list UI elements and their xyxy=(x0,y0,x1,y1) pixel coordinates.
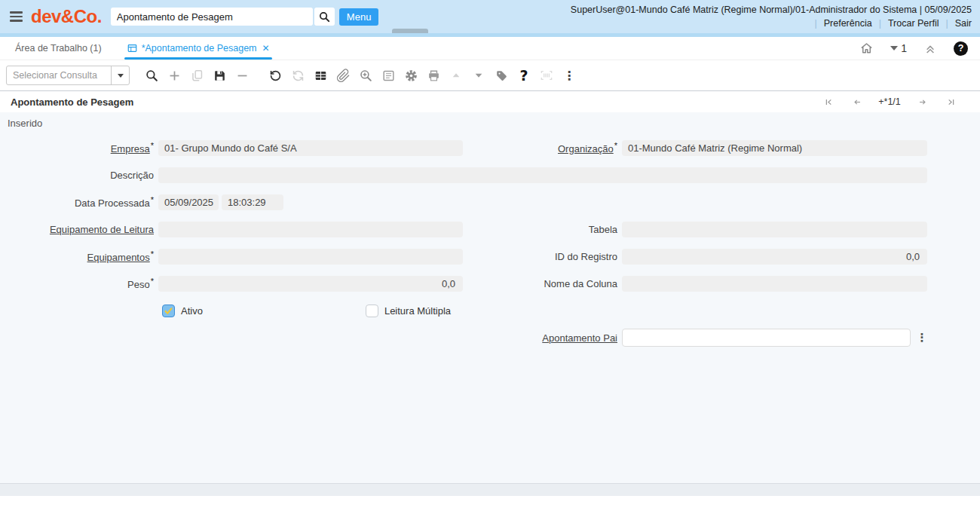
caret-down-icon xyxy=(473,69,485,81)
refresh-button[interactable] xyxy=(286,64,309,87)
form-row: Apontamento Pai ⋮ xyxy=(0,324,980,351)
form-row: Equipamentos* ID do Registro 0,0 xyxy=(0,243,980,270)
close-tab-icon[interactable]: ✕ xyxy=(262,43,270,54)
page-title: Apontamento de Pesagem xyxy=(11,96,133,108)
zoom-across-button[interactable] xyxy=(354,64,377,87)
logout-link[interactable]: Sair xyxy=(955,18,972,29)
delete-record-button[interactable] xyxy=(231,64,253,87)
equipamentos-field xyxy=(158,249,463,265)
global-search-button[interactable] xyxy=(314,8,335,26)
new-record-button[interactable] xyxy=(163,64,185,87)
query-combobox-dropdown-button[interactable] xyxy=(111,66,129,84)
customize-button[interactable] xyxy=(400,64,422,87)
field-empresa: Empresa* 01- Grupo Mundo do Café S/A xyxy=(0,140,463,156)
field-peso: Peso* 0,0 xyxy=(0,276,463,292)
data-processada-label: Data Processada xyxy=(75,197,150,209)
field-apontamento-pai: Apontamento Pai ⋮ xyxy=(463,329,929,347)
collapse-header-icon[interactable] xyxy=(923,41,938,56)
find-record-button[interactable] xyxy=(140,64,163,87)
required-marker: * xyxy=(151,249,154,259)
switch-role-link[interactable]: Trocar Perfil xyxy=(888,18,939,29)
last-record-button[interactable] xyxy=(936,93,965,111)
equipamento-de-leitura-field xyxy=(158,222,463,237)
field-id-do-registro: ID do Registro 0,0 xyxy=(463,249,927,265)
more-options-button[interactable]: ⋮ xyxy=(558,64,580,87)
separator: | xyxy=(879,18,881,29)
barcode-button[interactable] xyxy=(535,64,558,87)
save-button[interactable] xyxy=(208,64,231,87)
leitura-multipla-label: Leitura Múltipla xyxy=(384,305,451,317)
field-equipamento-de-leitura: Equipamento de Leitura xyxy=(0,222,463,237)
tab-label: *Apontamento de Pesagem xyxy=(142,43,257,54)
field-tabela: Tabela xyxy=(463,222,927,237)
peso-field: 0,0 xyxy=(158,276,463,292)
record-navigation: +*1/1 xyxy=(814,93,965,111)
tab-apontamento-de-pesagem[interactable]: *Apontamento de Pesagem ✕ xyxy=(124,37,272,60)
copy-record-button[interactable] xyxy=(185,64,208,87)
tab-workspace[interactable]: Área de Trabalho (1) xyxy=(15,43,102,54)
separator: | xyxy=(946,18,948,29)
form-row: Data Processada* 05/09/2025 18:03:29 xyxy=(0,188,980,216)
minus-icon xyxy=(235,69,250,83)
grid-icon xyxy=(314,69,328,83)
header-collapse-handle[interactable] xyxy=(392,29,428,33)
detail-record-button[interactable] xyxy=(467,64,490,87)
organizacao-label[interactable]: Organização xyxy=(558,143,614,155)
parent-record-button[interactable] xyxy=(445,64,467,87)
app-header: dev&Co. Menu SuperUser@01-Mundo Café Mat… xyxy=(0,0,980,33)
undo-button[interactable] xyxy=(264,64,286,87)
window-help-button[interactable]: ? xyxy=(513,64,535,87)
next-record-button[interactable] xyxy=(908,93,936,111)
form-row: Descrição xyxy=(0,161,980,188)
save-icon xyxy=(213,69,227,83)
tag-icon xyxy=(495,69,509,83)
apontamento-pai-more-button[interactable]: ⋮ xyxy=(915,329,929,347)
global-search xyxy=(111,8,335,26)
equipamento-de-leitura-label[interactable]: Equipamento de Leitura xyxy=(50,224,154,235)
query-combobox-value: Selecionar Consulta xyxy=(7,66,111,84)
empresa-label[interactable]: Empresa xyxy=(111,143,150,155)
required-marker: * xyxy=(151,277,154,286)
search-icon xyxy=(318,11,331,23)
open-windows-count: 1 xyxy=(901,42,907,54)
chevron-down-icon xyxy=(118,74,124,78)
copy-icon xyxy=(190,69,204,83)
field-nome-da-coluna: Nome da Coluna xyxy=(463,276,927,292)
grid-toggle-button[interactable] xyxy=(309,64,332,87)
window-icon xyxy=(127,43,138,54)
organizacao-field: 01-Mundo Café Matriz (Regime Normal) xyxy=(622,140,927,156)
first-record-button[interactable] xyxy=(814,93,843,111)
separator: | xyxy=(814,18,816,29)
nome-da-coluna-label: Nome da Coluna xyxy=(544,278,617,289)
ativo-checkbox[interactable] xyxy=(162,304,175,317)
ativo-label: Ativo xyxy=(181,305,203,317)
plus-icon xyxy=(167,69,182,83)
chevron-down-icon xyxy=(890,46,898,50)
open-windows-selector[interactable]: 1 xyxy=(890,42,907,54)
apontamento-pai-input[interactable] xyxy=(622,329,911,347)
check-icon xyxy=(164,306,173,316)
home-icon[interactable] xyxy=(859,41,874,56)
record-header: Apontamento de Pesagem +*1/1 xyxy=(0,91,980,112)
equipamentos-label[interactable]: Equipamentos xyxy=(87,252,150,263)
query-combobox[interactable]: Selecionar Consulta xyxy=(6,66,130,85)
label-button[interactable] xyxy=(490,64,513,87)
field-leitura-multipla: Leitura Múltipla xyxy=(203,304,451,317)
leitura-multipla-checkbox[interactable] xyxy=(366,304,378,317)
hamburger-menu-icon[interactable] xyxy=(10,11,23,22)
log-button[interactable] xyxy=(377,64,400,87)
help-button[interactable]: ? xyxy=(954,41,968,56)
record-pagination: +*1/1 xyxy=(871,96,908,107)
attachment-button[interactable] xyxy=(332,64,354,87)
apontamento-pai-label[interactable]: Apontamento Pai xyxy=(542,332,617,344)
preference-link[interactable]: Preferência xyxy=(824,18,872,29)
user-area: SuperUser@01-Mundo Café Matriz (Regime N… xyxy=(571,5,972,29)
previous-record-button[interactable] xyxy=(843,93,871,111)
print-button[interactable] xyxy=(422,64,445,87)
menu-button[interactable]: Menu xyxy=(339,8,379,26)
form-row: Equipamento de Leitura Tabela xyxy=(0,216,980,243)
undo-icon xyxy=(268,69,283,83)
tab-bar: Área de Trabalho (1) *Apontamento de Pes… xyxy=(0,37,980,60)
global-search-input[interactable] xyxy=(111,8,313,26)
data-processada-date-field: 05/09/2025 xyxy=(158,194,219,210)
